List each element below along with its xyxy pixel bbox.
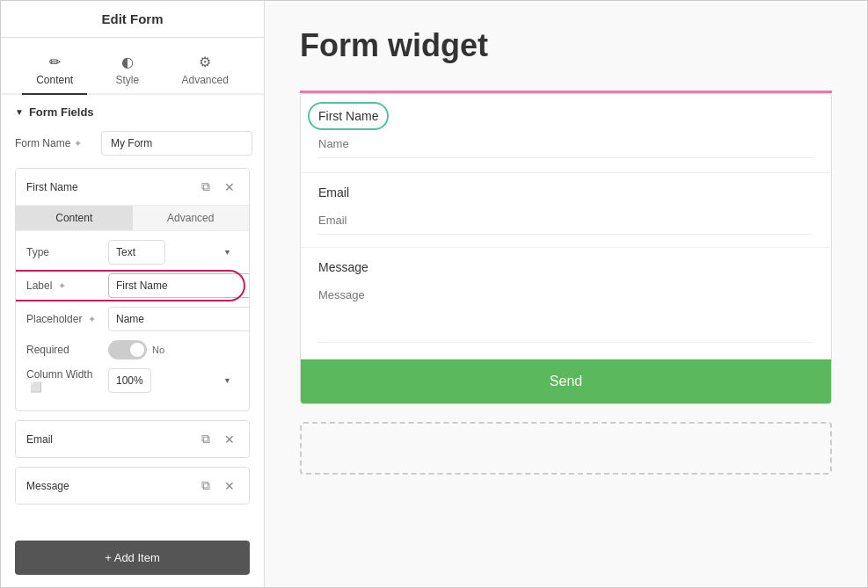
- subtab-advanced[interactable]: Advanced: [133, 206, 250, 230]
- content-icon: ✏: [49, 54, 61, 70]
- section-title: ▼ Form Fields: [15, 105, 250, 119]
- field-email-delete-btn[interactable]: ✕: [221, 430, 238, 448]
- tab-content[interactable]: ✏ Content: [22, 47, 87, 95]
- field-first-name-title: First Name: [26, 181, 78, 193]
- form-field-message: Message: [301, 248, 831, 359]
- field-first-name-copy-btn[interactable]: ⧉: [198, 178, 214, 196]
- field-message-title: Message: [26, 480, 69, 492]
- field-item-first-name-header: First Name ⧉ ✕: [16, 169, 249, 205]
- tab-advanced[interactable]: ⚙ Advanced: [167, 47, 242, 95]
- add-item-button[interactable]: + Add Item: [15, 541, 250, 575]
- label-drag-icon: ✦: [58, 280, 66, 291]
- field-label-input[interactable]: [108, 273, 250, 298]
- field-message-delete-btn[interactable]: ✕: [221, 476, 238, 495]
- tabs-row: ✏ Content ◐ Style ⚙ Advanced: [1, 38, 264, 95]
- add-item-label: + Add Item: [105, 551, 160, 564]
- tab-style[interactable]: ◐ Style: [101, 47, 153, 95]
- field-placeholder-control: ☰: [108, 307, 250, 331]
- tab-advanced-label: Advanced: [181, 74, 228, 86]
- field-item-message-header: Message ⧉ ✕: [16, 468, 249, 504]
- field-type-control: Text Email Number Textarea: [108, 240, 238, 265]
- field-required-no-label: No: [152, 345, 164, 355]
- field-message-actions: ⧉ ✕: [198, 476, 238, 495]
- placeholder-drag-icon: ✦: [88, 314, 96, 324]
- field-first-name-delete-btn[interactable]: ✕: [221, 178, 238, 196]
- field-item-message: Message ⧉ ✕: [15, 467, 250, 505]
- first-name-field-label: First Name: [318, 109, 378, 123]
- field-required-control: No: [108, 340, 238, 359]
- field-placeholder-row: Placeholder ✦ ☰: [26, 307, 238, 331]
- field-first-name-subtabs: Content Advanced: [16, 205, 249, 231]
- panel-title: Edit Form: [1, 1, 264, 38]
- email-field-label: Email: [318, 185, 813, 200]
- field-column-width-control: 100% 50% 33% 25%: [108, 368, 238, 393]
- form-name-input[interactable]: [101, 131, 252, 156]
- column-width-screen-icon: ⬜: [30, 381, 42, 392]
- section-arrow: ▼: [15, 107, 24, 117]
- field-label-label: Label ✦: [26, 279, 101, 292]
- tab-style-label: Style: [115, 74, 139, 86]
- field-first-name-actions: ⧉ ✕: [198, 178, 238, 196]
- field-email-actions: ⧉ ✕: [198, 430, 238, 448]
- section-title-label: Form Fields: [29, 105, 94, 119]
- field-label-row: Label ✦ ☰: [26, 273, 238, 298]
- advanced-icon: ⚙: [199, 54, 211, 70]
- form-name-drag-icon: ✦: [74, 138, 82, 149]
- panel-body: ▼ Form Fields Form Name ✦ First Name ⧉ ✕: [1, 95, 264, 541]
- form-field-email: Email: [301, 173, 831, 248]
- field-required-row: Required No: [26, 340, 238, 359]
- app-container: Edit Form ✏ Content ◐ Style ⚙ Advanced ▼…: [0, 0, 868, 588]
- field-email-copy-btn[interactable]: ⧉: [198, 430, 214, 448]
- field-type-select[interactable]: Text Email Number Textarea: [108, 240, 165, 265]
- tab-content-label: Content: [36, 74, 73, 86]
- field-item-email-header: Email ⧉ ✕: [16, 421, 249, 457]
- form-widget: First Name Email Message Send: [300, 93, 832, 404]
- field-label-control: ☰: [108, 273, 250, 298]
- field-message-copy-btn[interactable]: ⧉: [198, 476, 214, 495]
- field-item-first-name: First Name ⧉ ✕ Content Advanced Type: [15, 168, 250, 411]
- send-btn-wrap[interactable]: Send: [301, 359, 831, 403]
- field-email-title: Email: [26, 433, 53, 446]
- send-btn-label: Send: [550, 374, 582, 388]
- widget-title: Form widget: [300, 27, 832, 64]
- field-column-width-select[interactable]: 100% 50% 33% 25%: [108, 368, 151, 393]
- field-type-select-wrapper: Text Email Number Textarea: [108, 240, 238, 265]
- first-name-widget-input[interactable]: [318, 130, 813, 158]
- field-placeholder-input[interactable]: [108, 307, 250, 331]
- form-name-row: Form Name ✦: [15, 131, 250, 156]
- field-column-width-select-wrapper: 100% 50% 33% 25%: [108, 368, 238, 393]
- style-icon: ◐: [121, 54, 134, 70]
- left-panel: Edit Form ✏ Content ◐ Style ⚙ Advanced ▼…: [1, 1, 265, 588]
- form-widget-wrapper: First Name Email Message Send: [300, 91, 832, 404]
- right-panel: Form widget First Name Email: [265, 1, 867, 587]
- field-column-width-row: Column Width ⬜ 100% 50% 33% 25%: [26, 368, 238, 393]
- field-type-row: Type Text Email Number Textarea: [26, 240, 238, 265]
- message-field-label: Message: [318, 260, 813, 274]
- email-widget-input[interactable]: [318, 207, 813, 235]
- field-column-width-label: Column Width ⬜: [26, 368, 101, 393]
- field-required-toggle-wrapper: No: [108, 340, 164, 359]
- message-widget-textarea[interactable]: [318, 281, 813, 343]
- form-name-label: Form Name ✦: [15, 137, 94, 149]
- form-field-first-name: First Name: [301, 94, 831, 173]
- field-placeholder-label: Placeholder ✦: [26, 313, 101, 325]
- field-required-label: Required: [26, 344, 101, 356]
- field-type-label: Type: [26, 246, 101, 258]
- field-item-email: Email ⧉ ✕: [15, 420, 250, 458]
- field-required-toggle[interactable]: [108, 340, 147, 359]
- first-name-label-wrap: First Name: [318, 109, 378, 123]
- drop-zone: [300, 422, 832, 475]
- subtab-content[interactable]: Content: [16, 206, 133, 230]
- field-first-name-inner: Type Text Email Number Textarea: [16, 231, 249, 410]
